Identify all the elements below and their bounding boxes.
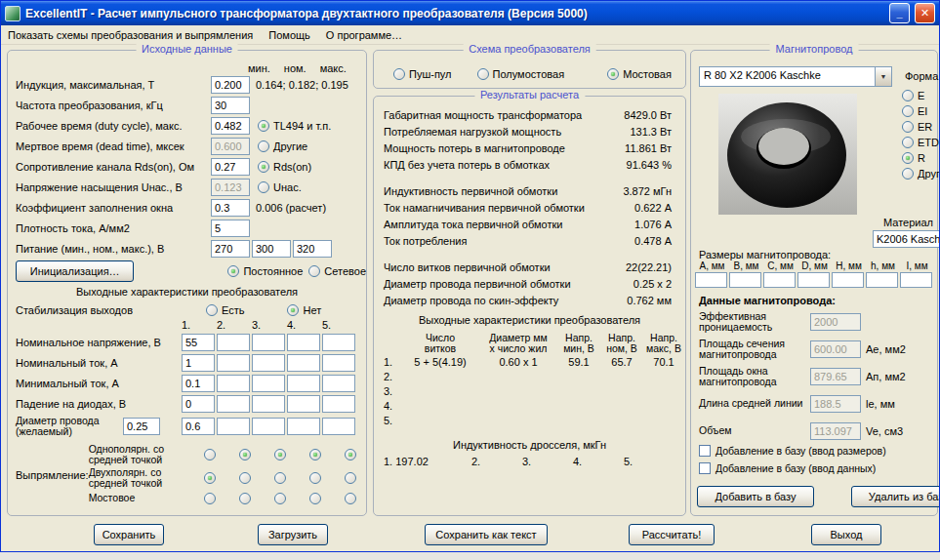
window-fill-input[interactable]: 0.3 <box>211 199 250 217</box>
nominal-current-input[interactable] <box>287 354 320 372</box>
saturation-voltage-input[interactable]: 0.123 <box>211 179 250 196</box>
minimal-current-input[interactable]: 0.1 <box>182 375 215 392</box>
field-label: Коэффициент заполнения окна <box>16 202 211 214</box>
rect-bridge-radio[interactable] <box>239 493 251 504</box>
bridge-radio[interactable] <box>607 68 619 80</box>
menu-item-about[interactable]: О программе… <box>326 29 402 41</box>
init-button[interactable]: Инициализация… <box>16 260 134 282</box>
dim-h2-input[interactable] <box>866 272 898 288</box>
unas-radio[interactable] <box>258 181 269 193</box>
supply-min-input[interactable]: 270 <box>211 240 250 258</box>
exit-button[interactable]: Выход <box>811 524 881 545</box>
add-data-checkbox[interactable] <box>699 462 711 474</box>
wire-diameter-input[interactable] <box>287 418 320 435</box>
menu-item-schemes[interactable]: Показать схемы преобразования и выпрямле… <box>8 29 253 41</box>
shape-etd-radio[interactable] <box>902 137 914 148</box>
rect-unipolar-radio[interactable] <box>309 449 321 460</box>
shape-er-radio[interactable] <box>902 121 914 133</box>
rect-bipolar-radio[interactable] <box>204 472 216 484</box>
delete-from-db-button[interactable]: Удалить из базы <box>851 486 940 507</box>
minimal-current-input[interactable] <box>322 375 355 392</box>
chevron-down-icon[interactable]: ▼ <box>875 67 891 86</box>
nominal-voltage-input[interactable] <box>322 334 355 351</box>
close-button[interactable]: ✕ <box>915 3 935 23</box>
calculate-button[interactable]: Рассчитать! <box>629 524 715 545</box>
save-as-text-button[interactable]: Сохранить как текст <box>425 524 548 545</box>
diode-drop-input[interactable] <box>252 395 285 413</box>
dim-i-input[interactable] <box>900 272 932 288</box>
minimal-current-input[interactable] <box>287 375 320 392</box>
wire-diameter-input[interactable] <box>217 418 250 435</box>
ac-supply-radio[interactable] <box>308 265 320 277</box>
diode-drop-input[interactable] <box>322 395 355 413</box>
stab-no-radio[interactable] <box>287 304 299 316</box>
material-input[interactable]: K2006 Kaschke <box>873 230 940 248</box>
rect-bridge-radio[interactable] <box>274 493 286 504</box>
rect-bipolar-radio[interactable] <box>239 472 251 484</box>
wire-diameter-input[interactable] <box>322 418 355 435</box>
load-button[interactable]: Загрузить <box>258 524 328 545</box>
dim-b-input[interactable] <box>729 272 761 288</box>
add-to-db-button[interactable]: Добавить в базу <box>697 486 814 507</box>
rect-unipolar-radio[interactable] <box>239 449 251 460</box>
nominal-voltage-input[interactable]: 55 <box>182 334 215 351</box>
title-bar[interactable]: ExcellentIT - Расчет импульсного трансфо… <box>1 1 939 25</box>
rect-unipolar-radio[interactable] <box>204 449 216 460</box>
rect-unipolar-radio[interactable] <box>274 449 286 460</box>
minimal-current-input[interactable] <box>252 375 285 392</box>
current-density-input[interactable]: 5 <box>211 220 250 237</box>
rect-bipolar-radio[interactable] <box>309 472 321 484</box>
core-select[interactable]: R 80 X2 K2006 Kaschke ▼ <box>699 66 892 87</box>
nominal-current-input[interactable]: 1 <box>182 354 215 372</box>
dim-d-input[interactable] <box>797 272 830 288</box>
minimize-button[interactable]: _ <box>889 3 910 23</box>
wire-diameter-desired-input[interactable]: 0.25 <box>123 418 160 435</box>
dim-a-input[interactable] <box>695 272 727 288</box>
push-pull-radio[interactable] <box>393 68 405 80</box>
menu-item-help[interactable]: Помощь <box>268 29 310 41</box>
frequency-input[interactable]: 30 <box>211 97 250 114</box>
stab-yes-radio[interactable] <box>206 304 218 316</box>
nominal-current-input[interactable] <box>217 354 250 372</box>
tl494-radio[interactable] <box>258 120 269 132</box>
rds-on-radio-label: Rds(on) <box>273 161 311 173</box>
dim-h-input[interactable] <box>832 272 864 288</box>
nominal-current-input[interactable] <box>322 354 355 372</box>
nominal-current-input[interactable] <box>252 354 285 372</box>
shape-e-radio[interactable] <box>902 90 914 101</box>
rds-on-radio[interactable] <box>258 161 269 173</box>
rect-unipolar-radio[interactable] <box>345 449 356 460</box>
result-label: Ток намагничивания первичной обмотки <box>384 202 585 214</box>
minimal-current-input[interactable] <box>217 375 250 392</box>
nominal-voltage-input[interactable] <box>217 334 250 351</box>
dim-c-input[interactable] <box>763 272 796 288</box>
nominal-voltage-input[interactable] <box>252 334 285 351</box>
diode-drop-input[interactable] <box>287 395 320 413</box>
diode-drop-input[interactable] <box>217 395 250 413</box>
shape-other-radio[interactable] <box>902 168 914 180</box>
other-driver-radio[interactable] <box>258 140 269 152</box>
diode-drop-input[interactable]: 0 <box>182 395 215 413</box>
induction-input[interactable]: 0.200 <box>211 76 250 94</box>
rds-on-input[interactable]: 0.27 <box>211 158 250 176</box>
add-sizes-checkbox[interactable] <box>699 445 711 457</box>
field-label: Минимальный ток, А <box>16 378 182 389</box>
half-bridge-radio[interactable] <box>477 68 489 80</box>
wire-diameter-input[interactable]: 0.6 <box>182 418 215 435</box>
shape-r-radio[interactable] <box>902 152 914 164</box>
supply-nom-input[interactable]: 300 <box>252 240 291 258</box>
save-button[interactable]: Сохранить <box>94 524 164 545</box>
duty-cycle-input[interactable]: 0.482 <box>211 117 250 135</box>
wire-diameter-input[interactable] <box>252 418 285 435</box>
rect-bipolar-radio[interactable] <box>345 472 356 484</box>
shape-e-label: E <box>918 90 924 101</box>
nominal-voltage-input[interactable] <box>287 334 320 351</box>
rect-bipolar-radio[interactable] <box>274 472 286 484</box>
supply-max-input[interactable]: 320 <box>293 240 332 258</box>
rect-bridge-radio[interactable] <box>345 493 356 504</box>
shape-ei-radio[interactable] <box>902 105 914 117</box>
dead-time-input[interactable]: 0.600 <box>211 138 250 155</box>
rect-bridge-radio[interactable] <box>204 493 216 504</box>
rect-bridge-radio[interactable] <box>309 493 321 504</box>
dc-supply-radio[interactable] <box>227 265 239 277</box>
